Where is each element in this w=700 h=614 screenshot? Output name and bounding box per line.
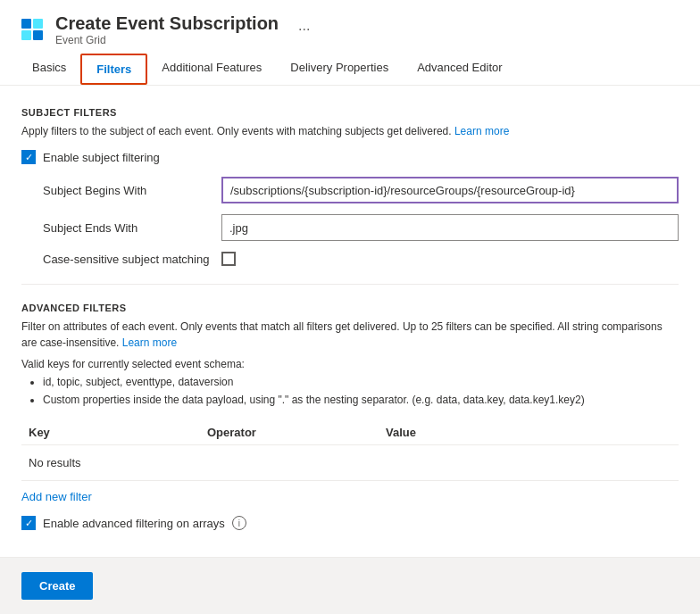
valid-keys-item-2: Custom properties inside the data payloa… xyxy=(43,392,679,408)
svg-rect-2 xyxy=(21,30,31,40)
svg-rect-0 xyxy=(21,19,31,29)
event-grid-icon xyxy=(18,15,46,44)
enable-subject-filtering-row: ✓ Enable subject filtering xyxy=(21,150,679,164)
page-title: Create Event Subscription xyxy=(55,12,279,34)
advanced-filters-section: ADVANCED FILTERS Filter on attributes of… xyxy=(21,303,679,530)
subject-begins-with-label: Subject Begins With xyxy=(43,184,221,197)
filters-table-empty: No results xyxy=(21,445,679,481)
valid-keys-list: id, topic, subject, eventtype, dataversi… xyxy=(21,374,679,408)
enable-subject-filtering-label: Enable subject filtering xyxy=(43,151,160,164)
section-divider xyxy=(21,284,679,285)
adv-filtering-info-icon[interactable]: i xyxy=(232,516,246,530)
tab-bar: Basics Filters Additional Features Deliv… xyxy=(18,54,682,85)
subject-begins-with-input[interactable] xyxy=(221,177,679,203)
col-key: Key xyxy=(21,426,200,439)
more-options-button[interactable]: ··· xyxy=(295,21,313,37)
col-value: Value xyxy=(379,426,679,439)
create-button[interactable]: Create xyxy=(21,572,93,600)
tab-advanced-editor[interactable]: Advanced Editor xyxy=(403,54,516,85)
tab-delivery-properties[interactable]: Delivery Properties xyxy=(276,54,403,85)
header: Create Event Subscription Event Grid ···… xyxy=(0,0,700,86)
subject-filters-section: SUBJECT FILTERS Apply filters to the sub… xyxy=(21,107,679,266)
footer: Create xyxy=(0,557,700,614)
case-sensitive-row: Case-sensitive subject matching xyxy=(21,252,679,266)
case-sensitive-checkbox[interactable] xyxy=(221,252,236,266)
main-content: SUBJECT FILTERS Apply filters to the sub… xyxy=(0,86,700,557)
add-new-filter-link[interactable]: Add new filter xyxy=(21,490,92,503)
advanced-filters-learn-more[interactable]: Learn more xyxy=(122,336,177,349)
subject-ends-with-input[interactable] xyxy=(221,214,679,241)
tab-basics[interactable]: Basics xyxy=(18,54,80,85)
svg-rect-1 xyxy=(33,19,43,29)
valid-keys-item-1: id, topic, subject, eventtype, dataversi… xyxy=(43,374,679,390)
enable-adv-filtering-row: ✓ Enable advanced filtering on arrays i xyxy=(21,516,679,530)
tab-additional-features[interactable]: Additional Features xyxy=(147,54,276,85)
enable-adv-filtering-checkbox[interactable]: ✓ xyxy=(21,516,36,530)
page-subtitle: Event Grid xyxy=(55,34,279,46)
svg-rect-3 xyxy=(33,30,43,40)
enable-subject-filtering-checkbox[interactable]: ✓ xyxy=(21,150,36,164)
advanced-filters-title: ADVANCED FILTERS xyxy=(21,303,679,313)
subject-begins-with-row: Subject Begins With xyxy=(21,177,679,203)
subject-filters-desc: Apply filters to the subject of each eve… xyxy=(21,123,679,139)
subject-filters-learn-more[interactable]: Learn more xyxy=(454,125,509,137)
col-operator: Operator xyxy=(200,426,379,439)
enable-adv-filtering-label: Enable advanced filtering on arrays xyxy=(43,517,225,530)
tab-filters[interactable]: Filters xyxy=(80,54,147,85)
filters-table-header: Key Operator Value xyxy=(21,420,679,445)
subject-filters-title: SUBJECT FILTERS xyxy=(21,107,679,118)
advanced-filters-desc: Filter on attributes of each event. Only… xyxy=(21,319,679,351)
case-sensitive-label: Case-sensitive subject matching xyxy=(43,253,221,266)
subject-ends-with-label: Subject Ends With xyxy=(43,221,221,235)
valid-keys-intro: Valid keys for currently selected event … xyxy=(21,358,679,370)
subject-ends-with-row: Subject Ends With xyxy=(21,214,679,241)
